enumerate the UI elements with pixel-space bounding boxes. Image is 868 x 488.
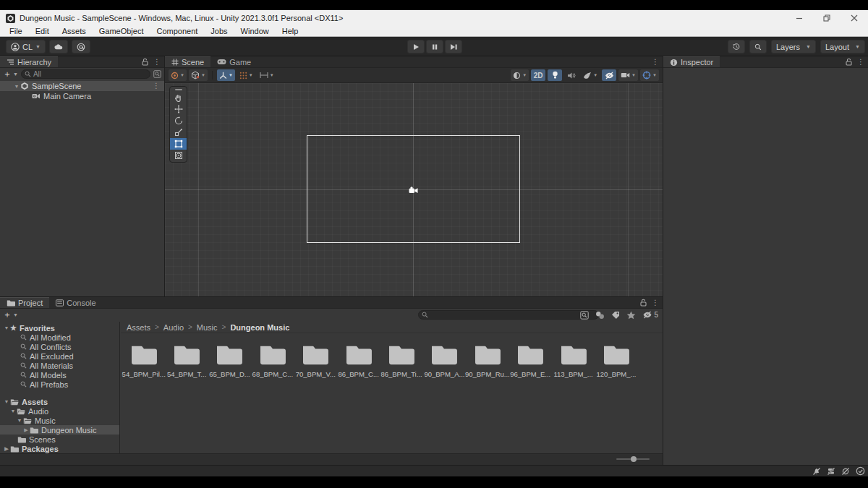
- step-button[interactable]: [445, 40, 462, 53]
- asset-folder[interactable]: 96_BPM_E...: [509, 342, 552, 378]
- palette-drag-handle[interactable]: [170, 87, 187, 92]
- tree-packages[interactable]: ▶ Packages: [0, 444, 119, 453]
- hierarchy-search[interactable]: [21, 69, 150, 79]
- version-control-button[interactable]: [72, 40, 90, 53]
- gizmos-dropdown[interactable]: ▼: [640, 69, 659, 81]
- cache-server-check-icon[interactable]: [856, 466, 865, 476]
- scale-tool[interactable]: [170, 127, 187, 138]
- asset-folder[interactable]: 68_BPM_C...: [251, 342, 294, 378]
- asset-folder[interactable]: 86_BPM_Ti...: [380, 342, 422, 378]
- hidden-objects-toggle[interactable]: [602, 69, 616, 81]
- rect-tool[interactable]: [170, 138, 187, 150]
- search-picker-icon[interactable]: [153, 70, 161, 78]
- tree-favorites[interactable]: ▼ ★ Favorites: [0, 323, 119, 333]
- background-tasks-icon[interactable]: [841, 467, 850, 476]
- draw-mode-dropdown[interactable]: ▼: [169, 69, 187, 81]
- 2d-toggle[interactable]: 2D: [531, 69, 545, 81]
- hierarchy-create-button[interactable]: ＋▼: [3, 68, 18, 80]
- panel-menu-icon[interactable]: ⋮: [153, 59, 161, 66]
- thumbnail-zoom-slider[interactable]: [616, 458, 650, 460]
- tree-audio[interactable]: ▼ Audio: [0, 406, 119, 416]
- view-options-dropdown[interactable]: ▼: [189, 69, 208, 81]
- menu-help[interactable]: Help: [276, 27, 305, 35]
- tree-assets[interactable]: ▼ Assets: [0, 397, 119, 406]
- asset-folder[interactable]: 70_BPM_V...: [294, 342, 337, 378]
- hand-tool[interactable]: [170, 92, 187, 103]
- tree-all-conflicts[interactable]: All Conflicts: [0, 342, 119, 351]
- project-create-button[interactable]: ＋▼: [3, 309, 18, 321]
- lighting-toggle[interactable]: [548, 69, 562, 81]
- minimize-button[interactable]: [786, 10, 813, 26]
- audio-toggle[interactable]: [564, 69, 579, 81]
- menu-gameobject[interactable]: GameObject: [93, 27, 150, 35]
- play-button[interactable]: [407, 40, 425, 53]
- pause-button[interactable]: [426, 40, 443, 53]
- asset-folder[interactable]: 86_BPM_C...: [337, 342, 380, 378]
- tab-scene[interactable]: Scene: [165, 56, 210, 67]
- breadcrumb-audio[interactable]: Audio: [163, 323, 184, 332]
- layout-dropdown[interactable]: Layout ▼: [820, 40, 865, 53]
- asset-folder[interactable]: 90_BPM_Ru...: [466, 342, 509, 378]
- search-picker-icon[interactable]: [580, 311, 589, 320]
- undo-history-button[interactable]: [728, 40, 745, 53]
- hierarchy-search-input[interactable]: [33, 70, 147, 78]
- notifications-muted-icon[interactable]: [812, 467, 821, 476]
- scene-camera-dropdown[interactable]: ▼: [618, 69, 638, 81]
- snap-grid-dropdown[interactable]: ▼: [237, 69, 255, 81]
- collab-status-icon[interactable]: [827, 467, 835, 476]
- project-search[interactable]: [418, 310, 599, 320]
- camera-settings-dropdown[interactable]: ▼: [511, 69, 529, 81]
- hierarchy-row-samplescene[interactable]: ▼ SampleScene ⋮: [0, 81, 164, 91]
- menu-jobs[interactable]: Jobs: [204, 27, 234, 35]
- camera-gizmo-icon[interactable]: [409, 187, 418, 194]
- tree-all-modified[interactable]: All Modified: [0, 333, 119, 342]
- asset-folder[interactable]: 54_BPM_T...: [165, 342, 208, 378]
- foldout-caret[interactable]: ▼: [13, 84, 20, 89]
- close-button[interactable]: [841, 10, 868, 26]
- lock-icon[interactable]: [142, 58, 148, 66]
- effects-dropdown[interactable]: ▼: [581, 69, 600, 81]
- lock-icon[interactable]: [640, 299, 647, 307]
- asset-folder[interactable]: 90_BPM_A...: [423, 342, 466, 378]
- menu-file[interactable]: File: [3, 27, 29, 35]
- tree-scenes[interactable]: Scenes: [0, 435, 119, 444]
- tab-project[interactable]: Project: [0, 297, 49, 308]
- cloud-button[interactable]: [49, 40, 68, 53]
- menu-assets[interactable]: Assets: [56, 27, 93, 35]
- tab-game[interactable]: Game: [210, 56, 258, 67]
- project-search-input[interactable]: [430, 311, 595, 319]
- tab-hierarchy[interactable]: Hierarchy: [0, 56, 58, 67]
- hierarchy-row-main-camera[interactable]: Main Camera: [0, 91, 164, 101]
- type-filter-icon[interactable]: [595, 311, 605, 320]
- layers-dropdown[interactable]: Layers ▼: [771, 40, 816, 53]
- snap-increment-dropdown[interactable]: ▼: [258, 69, 276, 81]
- account-dropdown[interactable]: CL ▼: [6, 40, 46, 53]
- favorites-star-icon[interactable]: [626, 311, 636, 320]
- menu-edit[interactable]: Edit: [29, 27, 56, 35]
- menu-window[interactable]: Window: [234, 27, 276, 35]
- tree-all-excluded[interactable]: All Excluded: [0, 351, 119, 361]
- asset-folder[interactable]: 54_BPM_Pil...: [122, 342, 165, 378]
- tree-dungeon-music[interactable]: ▶ Dungeon Music: [0, 425, 119, 435]
- restore-button[interactable]: [813, 10, 841, 26]
- tree-all-prefabs[interactable]: All Prefabs: [0, 380, 119, 389]
- asset-folder[interactable]: 120_BPM_...: [595, 342, 637, 378]
- asset-folder[interactable]: 65_BPM_D...: [208, 342, 251, 378]
- tree-all-models[interactable]: All Models: [0, 370, 119, 380]
- asset-folder[interactable]: 113_BPM_...: [552, 342, 595, 378]
- transform-tool[interactable]: [170, 150, 187, 161]
- breadcrumb-assets[interactable]: Assets: [127, 323, 150, 332]
- breadcrumb-music[interactable]: Music: [197, 323, 218, 332]
- tree-all-materials[interactable]: All Materials: [0, 361, 119, 370]
- hidden-packages-toggle[interactable]: 5: [642, 311, 658, 319]
- rotate-tool[interactable]: [170, 115, 187, 127]
- panel-menu-icon[interactable]: ⋮: [652, 299, 659, 307]
- breadcrumb-dungeon-music[interactable]: Dungeon Music: [230, 323, 289, 332]
- tab-console[interactable]: Console: [49, 297, 102, 308]
- search-button[interactable]: [749, 40, 767, 53]
- tab-inspector[interactable]: Inspector: [663, 56, 720, 67]
- panel-menu-icon[interactable]: ⋮: [857, 59, 864, 66]
- grid-axis-dropdown[interactable]: ▼: [217, 69, 235, 81]
- move-tool[interactable]: [170, 103, 187, 115]
- label-filter-icon[interactable]: [611, 311, 620, 320]
